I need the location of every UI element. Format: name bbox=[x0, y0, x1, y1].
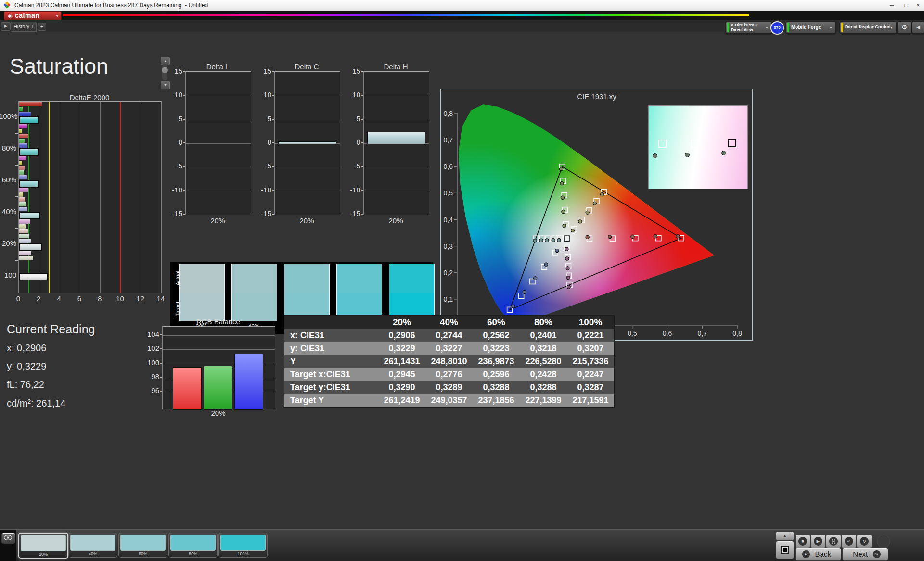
cie-measured-marker bbox=[533, 239, 537, 242]
chevron-down-icon: ▼ bbox=[55, 14, 59, 18]
deltae-bar-40% bbox=[19, 207, 27, 211]
swatch-target bbox=[232, 293, 277, 321]
strip-thumbnail-100%[interactable]: 100% bbox=[218, 533, 268, 558]
deltae-bar-100% bbox=[19, 102, 42, 106]
deltae-bar-40% bbox=[19, 224, 26, 229]
refresh-button[interactable]: ↻ bbox=[857, 535, 872, 548]
deltae-bar-40% bbox=[19, 202, 26, 206]
deltae-gridline bbox=[141, 102, 141, 293]
thumbnail-swatch bbox=[220, 535, 266, 551]
stop-square-icon bbox=[781, 546, 789, 554]
table-row: x: CIE310,29060,27440,25620,24010,2221 bbox=[284, 329, 614, 342]
delta-bar bbox=[278, 141, 336, 144]
delta-y-tickmark bbox=[272, 95, 274, 96]
deltae-bar-80% bbox=[19, 139, 25, 143]
svg-text:0,1: 0,1 bbox=[444, 295, 453, 303]
delta-y-tick: -5 bbox=[254, 162, 271, 170]
minimize-icon[interactable]: ─ bbox=[885, 0, 899, 11]
deltae-x-tick: 8 bbox=[92, 294, 107, 303]
panel-up-icon[interactable]: ▲ bbox=[776, 531, 794, 541]
bottom-bar: 20%40%60%80%100% ▲ « Back Next » ■▶[-]∞↻ bbox=[0, 529, 924, 561]
maximize-icon[interactable]: □ bbox=[899, 0, 913, 11]
thumbnail-swatch bbox=[170, 535, 216, 551]
bottom-left-panel bbox=[0, 530, 16, 561]
deltae-group-label: 20% bbox=[0, 239, 16, 247]
rgb-y-tickmark bbox=[160, 377, 162, 378]
deltae-gridline bbox=[39, 102, 39, 293]
cie-measured-marker bbox=[552, 239, 555, 242]
calman-menu-button[interactable]: ◈ calman ▼ bbox=[4, 11, 62, 21]
calman-app-window: Calman 2023 Calman Ultimate for Business… bbox=[0, 0, 924, 561]
table-row-label: y: CIE31 bbox=[290, 342, 378, 355]
window-titlebar: Calman 2023 Calman Ultimate for Business… bbox=[0, 0, 924, 11]
swatch-actual bbox=[232, 264, 277, 293]
deltae-bar-80% bbox=[19, 134, 28, 138]
deltae-x-tick: 2 bbox=[31, 294, 46, 303]
strip-thumbnail-60%[interactable]: 60% bbox=[118, 533, 167, 558]
delta-y-tick: 0 bbox=[343, 138, 360, 146]
next-chevron-icon: » bbox=[873, 550, 881, 558]
delta-y-tick: 5 bbox=[343, 115, 360, 123]
delta-y-tick: 0 bbox=[254, 138, 271, 146]
stop-button[interactable]: ■ bbox=[795, 535, 810, 548]
app-icon bbox=[3, 1, 11, 9]
delta-chart-delta-l bbox=[185, 71, 251, 215]
cie-measured-marker bbox=[593, 202, 596, 205]
cie-measured-marker bbox=[631, 235, 634, 238]
table-row: Target y:CIE310,32900,32890,32880,32880,… bbox=[284, 381, 614, 394]
delta-y-tickmark bbox=[272, 166, 274, 167]
loop-button[interactable]: ∞ bbox=[841, 535, 857, 548]
delta-y-tick: 15 bbox=[343, 67, 360, 75]
delta-y-tickmark bbox=[361, 95, 363, 96]
svg-text:0,5: 0,5 bbox=[444, 189, 453, 197]
delta-y-tick: 10 bbox=[254, 90, 271, 99]
delta-y-tickmark bbox=[183, 95, 185, 96]
deltae-bar-100% bbox=[19, 112, 31, 116]
strip-thumbnail-20%[interactable]: 20% bbox=[18, 533, 68, 559]
table-row-label: Y bbox=[290, 355, 378, 368]
svg-text:0,5: 0,5 bbox=[628, 330, 637, 337]
close-icon[interactable]: × bbox=[912, 0, 924, 11]
deltae-gridline bbox=[100, 102, 101, 293]
deltae-bar-80% bbox=[19, 161, 22, 165]
table-cell: 0,3218 bbox=[520, 342, 567, 355]
tab-history-1[interactable]: History 1 bbox=[11, 22, 37, 32]
back-button[interactable]: « Back bbox=[795, 548, 841, 561]
delta-y-tickmark bbox=[361, 71, 363, 72]
table-column-header: 100% bbox=[567, 316, 614, 329]
scroll-up-icon[interactable]: ▲ bbox=[161, 57, 170, 65]
session-indicator[interactable] bbox=[877, 535, 890, 548]
thumbnail-swatch bbox=[70, 535, 116, 551]
cie-measured-marker bbox=[539, 239, 543, 242]
deltae-bar-60% bbox=[19, 170, 24, 175]
calman-brand: calman bbox=[15, 12, 39, 19]
table-row: Target Y261,2419249,0357237,1856227,1399… bbox=[284, 394, 614, 407]
strip-thumbnail-80%[interactable]: 80% bbox=[168, 533, 218, 558]
step-button[interactable]: [-] bbox=[826, 535, 841, 548]
deltae-bar-80% bbox=[19, 143, 27, 148]
reading-fl: fL: 76,22 bbox=[7, 379, 44, 390]
results-table: 20%40%60%80%100%x: CIE310,29060,27440,25… bbox=[284, 315, 615, 408]
meter-status-stripe bbox=[727, 23, 729, 32]
add-tab-button[interactable]: + bbox=[38, 23, 46, 31]
table-cell: 0,3289 bbox=[425, 381, 473, 394]
cie-measured-marker bbox=[565, 247, 568, 251]
strip-thumbnail-40%[interactable]: 40% bbox=[68, 533, 117, 558]
deltae-x-tick: 12 bbox=[133, 294, 148, 303]
play-button[interactable]: ▶ bbox=[810, 535, 826, 548]
rgb-bar-red bbox=[173, 367, 202, 410]
next-button[interactable]: Next » bbox=[842, 548, 888, 561]
tab-scroll-button[interactable]: ▶ bbox=[1, 22, 11, 31]
scroll-down-icon[interactable]: ▼ bbox=[161, 81, 170, 89]
stop-measure-button[interactable] bbox=[776, 541, 794, 559]
eye-icon[interactable] bbox=[1, 533, 15, 544]
chevron-down-icon: ▼ bbox=[829, 26, 833, 29]
delta-y-tickmark bbox=[272, 71, 274, 72]
rainbow-gradient-bar bbox=[63, 14, 749, 16]
swatch-target bbox=[180, 293, 224, 321]
deltae-gridline bbox=[80, 102, 80, 293]
display-status-stripe bbox=[841, 23, 843, 32]
table-row-label: Target Y bbox=[290, 394, 378, 407]
delta-y-tickmark bbox=[183, 71, 185, 72]
deltae-ref-pass bbox=[28, 102, 29, 293]
